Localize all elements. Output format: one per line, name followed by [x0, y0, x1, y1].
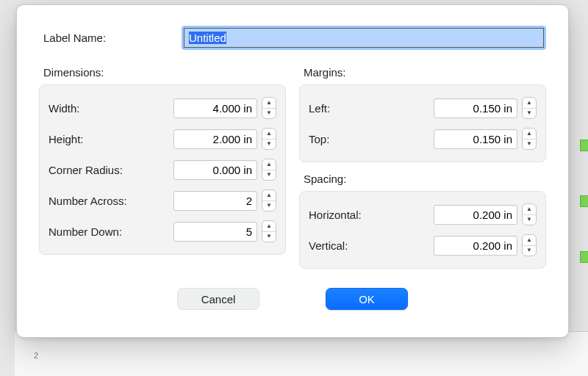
margin-top-label: Top: — [309, 133, 329, 145]
corner-radius-label: Corner Radius: — [49, 164, 123, 176]
stepper-up-icon[interactable]: ▲ — [523, 129, 536, 140]
margin-top-stepper[interactable]: ▲ ▼ — [522, 128, 537, 150]
spacing-vertical-input[interactable] — [434, 236, 517, 256]
number-across-stepper[interactable]: ▲ ▼ — [262, 189, 276, 212]
width-field: Width: ▲ ▼ — [49, 93, 276, 123]
number-down-stepper[interactable]: ▲ ▼ — [262, 220, 276, 242]
number-across-field: Number Across: ▲ ▼ — [49, 185, 276, 216]
stepper-down-icon[interactable]: ▼ — [523, 109, 536, 119]
dimensions-column: Dimensions: Width: ▲ ▼ Height: — [39, 66, 286, 269]
stepper-up-icon[interactable]: ▲ — [262, 190, 276, 201]
stepper-up-icon[interactable]: ▲ — [262, 129, 276, 140]
ruler-mark: 2 — [34, 351, 38, 360]
label-name-label: Label Name: — [39, 32, 182, 44]
guide-handle — [580, 195, 588, 207]
number-across-label: Number Across: — [49, 195, 127, 207]
stepper-up-icon[interactable]: ▲ — [262, 159, 276, 170]
height-label: Height: — [49, 133, 84, 145]
label-name-input[interactable] — [184, 28, 544, 48]
corner-radius-field: Corner Radius: ▲ ▼ — [49, 154, 276, 185]
dimensions-group: Width: ▲ ▼ Height: ▲ — [39, 84, 286, 255]
ok-button[interactable]: OK — [326, 288, 408, 310]
guide-handle — [580, 140, 588, 151]
number-across-input[interactable] — [173, 191, 257, 211]
margin-left-stepper[interactable]: ▲ ▼ — [522, 97, 537, 119]
stepper-down-icon[interactable]: ▼ — [262, 232, 276, 242]
number-down-field: Number Down: ▲ ▼ — [49, 216, 276, 247]
corner-radius-input[interactable] — [173, 160, 257, 180]
margin-top-input[interactable] — [434, 129, 517, 149]
number-down-label: Number Down: — [49, 225, 122, 238]
height-input[interactable] — [173, 129, 257, 149]
width-input[interactable] — [173, 98, 257, 118]
stepper-down-icon[interactable]: ▼ — [523, 246, 536, 256]
spacing-heading: Spacing: — [299, 173, 546, 191]
spacing-horizontal-input[interactable] — [434, 205, 517, 225]
spacing-horizontal-label: Horizontal: — [309, 209, 362, 221]
stepper-up-icon[interactable]: ▲ — [523, 235, 536, 246]
spacing-vertical-stepper[interactable]: ▲ ▼ — [522, 234, 537, 256]
dialog-footer: Cancel OK — [39, 288, 546, 310]
background-ruler: 2 — [15, 331, 588, 376]
stepper-down-icon[interactable]: ▼ — [262, 140, 276, 150]
margins-spacing-column: Margins: Left: ▲ ▼ Top: — [299, 66, 546, 269]
margin-left-field: Left: ▲ ▼ — [309, 93, 537, 123]
margin-top-field: Top: ▲ ▼ — [309, 123, 537, 154]
number-down-input[interactable] — [173, 222, 257, 242]
stepper-down-icon[interactable]: ▼ — [262, 201, 276, 212]
spacing-horizontal-stepper[interactable]: ▲ ▼ — [522, 203, 537, 225]
height-field: Height: ▲ ▼ — [49, 123, 276, 154]
margin-left-input[interactable] — [434, 98, 517, 118]
spacing-group: Horizontal: ▲ ▼ Vertical: ▲ — [299, 191, 546, 269]
label-name-row: Label Name: — [39, 26, 546, 50]
stepper-up-icon[interactable]: ▲ — [523, 204, 536, 215]
height-stepper[interactable]: ▲ ▼ — [262, 128, 276, 150]
label-setup-dialog: Label Name: Dimensions: Width: ▲ ▼ — [16, 4, 569, 338]
margins-group: Left: ▲ ▼ Top: ▲ ▼ — [299, 84, 546, 162]
stepper-up-icon[interactable]: ▲ — [262, 221, 276, 232]
guide-handle — [580, 251, 588, 263]
stepper-down-icon[interactable]: ▼ — [523, 215, 536, 225]
stepper-up-icon[interactable]: ▲ — [262, 98, 276, 109]
label-name-focus-ring — [182, 26, 546, 50]
spacing-vertical-field: Vertical: ▲ ▼ — [309, 230, 537, 261]
spacing-horizontal-field: Horizontal: ▲ ▼ — [309, 199, 537, 230]
corner-radius-stepper[interactable]: ▲ ▼ — [262, 159, 276, 181]
dimensions-heading: Dimensions: — [39, 66, 286, 84]
stepper-down-icon[interactable]: ▼ — [523, 140, 536, 150]
spacing-vertical-label: Vertical: — [309, 239, 348, 252]
width-stepper[interactable]: ▲ ▼ — [262, 97, 276, 119]
margin-left-label: Left: — [309, 102, 330, 115]
cancel-button[interactable]: Cancel — [177, 288, 259, 310]
stepper-up-icon[interactable]: ▲ — [523, 98, 536, 109]
stepper-down-icon[interactable]: ▼ — [262, 109, 276, 119]
margins-heading: Margins: — [299, 66, 546, 84]
stepper-down-icon[interactable]: ▼ — [262, 170, 276, 181]
width-label: Width: — [49, 102, 80, 115]
